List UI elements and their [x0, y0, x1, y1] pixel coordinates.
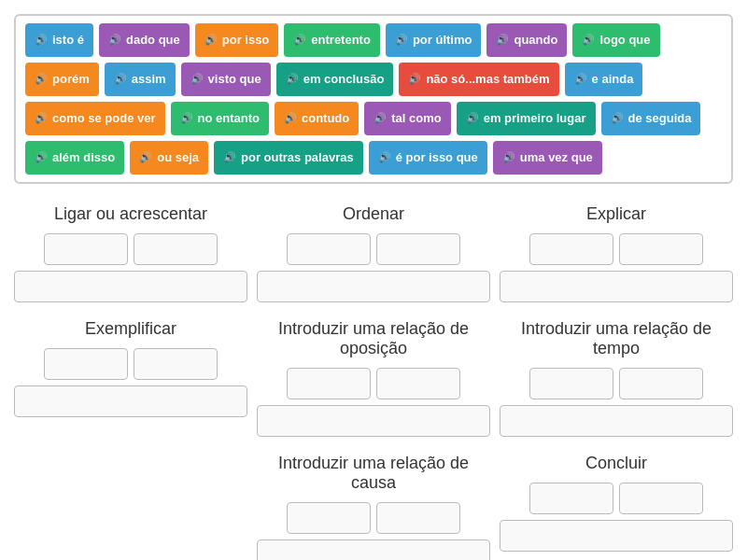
word-chip-e-ainda[interactable]: 🔊e ainda: [565, 63, 643, 96]
chip-label: no entanto: [198, 111, 260, 126]
word-chip-no-entanto[interactable]: 🔊no entanto: [171, 102, 269, 135]
category-ordenar: Ordenar: [257, 204, 490, 302]
speaker-icon: 🔊: [35, 73, 48, 85]
word-chip-por-outras[interactable]: 🔊por outras palavras: [214, 141, 363, 175]
word-chip-por-isso[interactable]: 🔊por isso: [195, 23, 279, 57]
spacer: [14, 454, 247, 560]
chip-label: por isso: [222, 33, 270, 48]
drop-slot[interactable]: [134, 233, 218, 265]
speaker-icon: 🔊: [204, 34, 218, 46]
chip-label: dado que: [126, 33, 180, 48]
chip-label: entretento: [311, 33, 371, 48]
word-chip-quando[interactable]: 🔊quando: [486, 23, 567, 57]
category-ligar: Ligar ou acrescentar: [14, 204, 247, 302]
drop-slot[interactable]: [619, 233, 703, 265]
category-causa: Introduzir uma relação de causa: [257, 454, 490, 560]
category-title-ligar: Ligar ou acrescentar: [54, 204, 207, 224]
chip-label: assim: [132, 72, 166, 87]
drop-slots-explicar: [500, 233, 733, 302]
drop-slot[interactable]: [529, 368, 613, 399]
speaker-icon: 🔊: [496, 34, 509, 46]
drop-slot[interactable]: [619, 368, 703, 399]
drop-slot[interactable]: [257, 539, 490, 560]
drop-slots-exemplificar: [14, 348, 247, 417]
drop-slot[interactable]: [529, 483, 613, 514]
drop-slot[interactable]: [14, 385, 247, 417]
drop-slot[interactable]: [44, 233, 128, 265]
drop-slot[interactable]: [134, 348, 218, 380]
drop-slot[interactable]: [619, 483, 703, 514]
drop-slot[interactable]: [376, 368, 460, 399]
chip-label: uma vez que: [520, 150, 593, 165]
chip-label: tal como: [391, 111, 441, 126]
word-chip-entretento[interactable]: 🔊entretento: [284, 23, 380, 57]
chip-label: como se pode ver: [52, 111, 156, 126]
chip-label: é por isso que: [396, 150, 478, 165]
speaker-icon: 🔊: [35, 34, 48, 46]
drop-slot[interactable]: [500, 520, 733, 552]
speaker-icon: 🔊: [284, 112, 297, 124]
drop-slot[interactable]: [376, 502, 460, 534]
drop-slot[interactable]: [287, 233, 371, 265]
speaker-icon: 🔊: [180, 112, 193, 124]
drop-slot[interactable]: [500, 405, 733, 437]
word-chip-assim[interactable]: 🔊assim: [105, 63, 176, 96]
speaker-icon: 🔊: [466, 112, 479, 124]
category-exemplificar: Exemplificar: [14, 319, 247, 437]
chip-label: por outras palavras: [241, 150, 354, 165]
chip-label: além disso: [52, 150, 115, 165]
chip-label: ou seja: [157, 150, 199, 165]
chip-label: de seguida: [628, 111, 692, 126]
chip-label: contudo: [302, 111, 349, 126]
word-chip-em-primeiro[interactable]: 🔊em primeiro lugar: [457, 102, 596, 135]
chip-label: e ainda: [592, 72, 634, 87]
speaker-icon: 🔊: [35, 112, 48, 124]
word-chip-por-ultimo[interactable]: 🔊por último: [386, 23, 482, 57]
speaker-icon: 🔊: [582, 34, 595, 46]
category-title-oposicao: Introduzir uma relação de oposição: [257, 319, 490, 358]
drop-slot[interactable]: [287, 368, 371, 399]
word-chip-tal-como[interactable]: 🔊tal como: [364, 102, 450, 135]
drop-slots-concluir: [500, 483, 733, 552]
word-bank: 🔊isto é🔊dado que🔊por isso🔊entretento🔊por…: [14, 14, 733, 184]
speaker-icon: 🔊: [35, 151, 48, 163]
speaker-icon: 🔊: [114, 73, 127, 85]
drop-slot[interactable]: [257, 271, 490, 302]
word-chip-alem-disso[interactable]: 🔊além disso: [25, 141, 124, 175]
speaker-icon: 🔊: [139, 151, 152, 163]
categories-grid: Ligar ou acrescentarOrdenarExplicarExemp…: [14, 204, 733, 560]
chip-label: visto que: [208, 72, 261, 87]
speaker-icon: 🔊: [293, 34, 306, 46]
drop-slot[interactable]: [14, 271, 247, 302]
category-title-causa: Introduzir uma relação de causa: [257, 454, 490, 493]
word-chip-nao-so-mas[interactable]: 🔊não só...mas também: [399, 63, 558, 96]
word-chip-logo-que[interactable]: 🔊logo que: [572, 23, 659, 57]
drop-slot[interactable]: [257, 405, 490, 437]
speaker-icon: 🔊: [502, 151, 515, 163]
drop-slot[interactable]: [529, 233, 613, 265]
word-chip-dado-que[interactable]: 🔊dado que: [99, 23, 190, 57]
word-chip-ou-seja[interactable]: 🔊ou seja: [130, 141, 208, 175]
category-concluir: Concluir: [500, 454, 733, 560]
drop-slot[interactable]: [500, 271, 733, 302]
drop-slots-causa: [257, 502, 490, 560]
word-chip-contudo[interactable]: 🔊contudo: [275, 102, 359, 135]
speaker-icon: 🔊: [190, 73, 204, 85]
chip-label: em conclusão: [303, 72, 385, 87]
drop-slot[interactable]: [287, 502, 371, 534]
category-title-tempo: Introduzir uma relação de tempo: [500, 319, 733, 358]
category-title-ordenar: Ordenar: [343, 204, 404, 224]
word-chip-como-se[interactable]: 🔊como se pode ver: [25, 102, 165, 135]
drop-slot[interactable]: [376, 233, 460, 265]
chip-label: não só...mas também: [426, 72, 549, 87]
drop-slot[interactable]: [44, 348, 128, 380]
word-chip-em-conclusao[interactable]: 🔊em conclusão: [276, 63, 394, 96]
chip-label: isto é: [52, 33, 84, 48]
word-chip-visto-que[interactable]: 🔊visto que: [181, 63, 271, 96]
word-chip-de-seguida[interactable]: 🔊de seguida: [601, 102, 701, 135]
word-chip-porem[interactable]: 🔊porém: [25, 63, 99, 96]
word-chip-isto-e[interactable]: 🔊isto é: [25, 23, 93, 57]
word-chip-uma-vez-que[interactable]: 🔊uma vez que: [493, 141, 602, 175]
word-chip-e-por-isso[interactable]: 🔊é por isso que: [369, 141, 487, 175]
speaker-icon: 🔊: [395, 34, 408, 46]
